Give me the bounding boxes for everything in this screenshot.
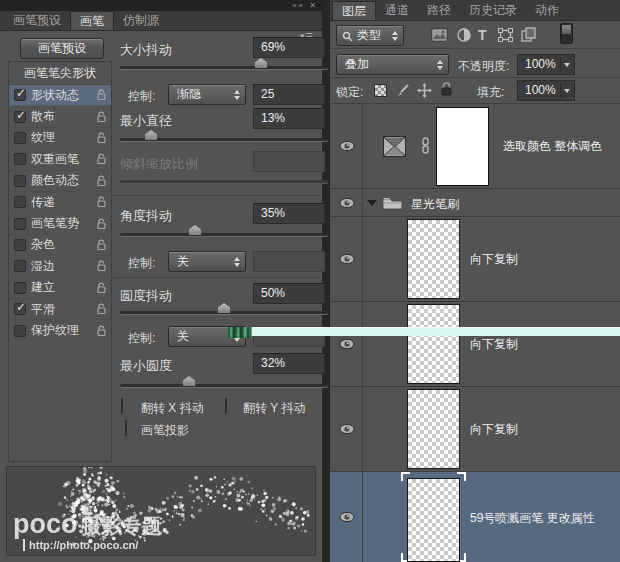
section-noise[interactable]: ✓ 杂色 <box>9 235 111 256</box>
lock-icon[interactable] <box>96 175 107 187</box>
roundness-jitter-slider[interactable] <box>120 311 328 315</box>
lock-icon[interactable] <box>96 89 107 101</box>
layer-row-adjustment[interactable]: 选取颜色 整体调色 <box>330 104 620 189</box>
slider-thumb[interactable] <box>145 130 157 140</box>
tab-actions[interactable]: 动作 <box>526 1 568 20</box>
lock-icon[interactable] <box>96 196 107 208</box>
selective-color-thumbnail[interactable] <box>383 136 406 157</box>
filter-smart-objects-icon[interactable] <box>521 27 536 42</box>
filter-kind-dropdown[interactable]: 类型 <box>336 25 404 46</box>
opacity-combo[interactable]: 100% <box>517 54 575 75</box>
brush-presets-button[interactable]: 画笔预设 <box>20 38 104 59</box>
lock-pixels-icon[interactable] <box>395 83 410 98</box>
layer-row[interactable]: 向下复制 <box>330 302 620 387</box>
angle-jitter-slider[interactable] <box>120 233 328 237</box>
section-scattering[interactable]: ✓ 散布 <box>9 106 111 127</box>
section-smoothing[interactable]: ✓ 平滑 <box>9 299 111 320</box>
section-transfer[interactable]: ✓ 传递 <box>9 192 111 213</box>
filter-shape-layers-icon[interactable] <box>498 28 513 42</box>
lock-icon[interactable] <box>96 282 107 294</box>
checkbox[interactable]: ✓ <box>14 218 26 230</box>
slider-thumb[interactable] <box>218 303 230 313</box>
checkbox[interactable]: ✓ <box>14 196 26 208</box>
section-brush-pose[interactable]: ✓ 画笔笔势 <box>9 213 111 234</box>
lock-icon[interactable] <box>96 132 107 144</box>
group-folder-icon[interactable] <box>382 195 403 211</box>
close-panel-icon[interactable]: ✕ <box>309 1 318 10</box>
flip-x-checkbox[interactable]: ✓ <box>121 398 123 414</box>
layer-row-group[interactable]: 星光笔刷 <box>330 189 620 217</box>
flip-y-checkbox[interactable]: ✓ <box>225 398 227 414</box>
group-expand-triangle-icon[interactable] <box>367 200 377 206</box>
roundness-jitter-value[interactable]: 50% <box>253 283 325 304</box>
layer-thumbnail[interactable] <box>407 478 460 562</box>
visibility-eye-icon[interactable] <box>339 141 355 152</box>
slider-thumb[interactable] <box>183 376 195 386</box>
layer-row[interactable]: 向下复制 <box>330 217 620 302</box>
lock-icon[interactable] <box>96 260 107 272</box>
visibility-eye-icon[interactable] <box>339 197 355 208</box>
filter-adjustment-layers-icon[interactable] <box>457 28 471 42</box>
tab-clone-source[interactable]: 仿制源 <box>114 11 168 30</box>
layer-mask-thumbnail[interactable] <box>436 107 489 186</box>
mask-link-icon[interactable] <box>421 137 430 154</box>
section-color-dynamics[interactable]: ✓ 颜色动态 <box>9 171 111 192</box>
brush-tip-shape-item[interactable]: 画笔笔尖形状 <box>9 62 111 85</box>
blend-mode-dropdown[interactable]: 叠加 <box>336 54 449 75</box>
tab-brush[interactable]: 画笔 <box>70 11 114 30</box>
fill-combo[interactable]: 100% <box>517 80 575 101</box>
min-roundness-value[interactable]: 32% <box>253 353 325 374</box>
checkbox[interactable]: ✓ <box>14 260 26 272</box>
filter-toggle-switch[interactable] <box>560 23 573 44</box>
slider-thumb[interactable] <box>255 58 267 68</box>
tab-brush-presets[interactable]: 画笔预设 <box>4 11 70 30</box>
size-jitter-slider[interactable] <box>120 66 328 70</box>
lock-icon[interactable] <box>96 111 107 123</box>
min-diameter-value[interactable]: 13% <box>253 108 325 129</box>
angle-jitter-value[interactable]: 35% <box>253 203 325 224</box>
lock-all-icon[interactable] <box>440 82 453 97</box>
layer-thumbnail[interactable] <box>407 304 460 384</box>
checkbox[interactable]: ✓ <box>14 282 26 294</box>
lock-icon[interactable] <box>96 303 107 315</box>
lock-icon[interactable] <box>96 239 107 251</box>
section-protect-texture[interactable]: ✓ 保护纹理 <box>9 320 111 341</box>
visibility-eye-icon[interactable] <box>339 424 355 435</box>
tab-paths[interactable]: 路径 <box>418 1 460 20</box>
filter-type-layers-icon[interactable]: T <box>478 27 487 43</box>
min-diameter-slider[interactable] <box>120 138 328 142</box>
layer-row[interactable]: 向下复制 <box>330 387 620 472</box>
fade-steps-value[interactable]: 25 <box>253 84 325 105</box>
visibility-eye-icon[interactable] <box>339 339 355 350</box>
lock-transparency-icon[interactable] <box>374 84 387 97</box>
angle-control-dropdown[interactable]: 关 <box>168 251 246 272</box>
section-dual-brush[interactable]: ✓ 双重画笔 <box>9 149 111 170</box>
checkbox[interactable]: ✓ <box>14 111 26 123</box>
checkbox[interactable]: ✓ <box>14 239 26 251</box>
layer-thumbnail[interactable] <box>407 219 460 299</box>
brush-projection-checkbox[interactable]: ✓ <box>125 420 127 436</box>
tab-channels[interactable]: 通道 <box>376 1 418 20</box>
section-texture[interactable]: ✓ 纹理 <box>9 128 111 149</box>
slider-thumb[interactable] <box>189 225 201 235</box>
visibility-eye-icon[interactable] <box>339 254 355 265</box>
tab-history[interactable]: 历史记录 <box>460 1 526 20</box>
lock-icon[interactable] <box>96 325 107 337</box>
visibility-eye-icon[interactable] <box>339 512 355 523</box>
min-roundness-slider[interactable] <box>120 384 328 388</box>
collapse-panel-icon[interactable]: «« <box>292 1 305 10</box>
checkbox[interactable]: ✓ <box>14 153 26 165</box>
layer-row-selected[interactable]: 59号喷溅画笔 更改属性 <box>330 472 620 562</box>
tab-layers[interactable]: 图层 <box>332 1 376 20</box>
checkbox[interactable]: ✓ <box>14 303 26 315</box>
checkbox[interactable]: ✓ <box>14 325 26 337</box>
filter-pixel-layers-icon[interactable] <box>431 28 448 42</box>
lock-icon[interactable] <box>96 218 107 230</box>
size-control-dropdown[interactable]: 渐隐 <box>168 84 246 105</box>
lock-icon[interactable] <box>96 153 107 165</box>
section-wet-edges[interactable]: ✓ 湿边 <box>9 256 111 277</box>
lock-position-icon[interactable] <box>417 83 432 98</box>
checkbox[interactable]: ✓ <box>14 89 26 101</box>
layer-thumbnail[interactable] <box>407 389 460 469</box>
checkbox[interactable]: ✓ <box>14 132 26 144</box>
